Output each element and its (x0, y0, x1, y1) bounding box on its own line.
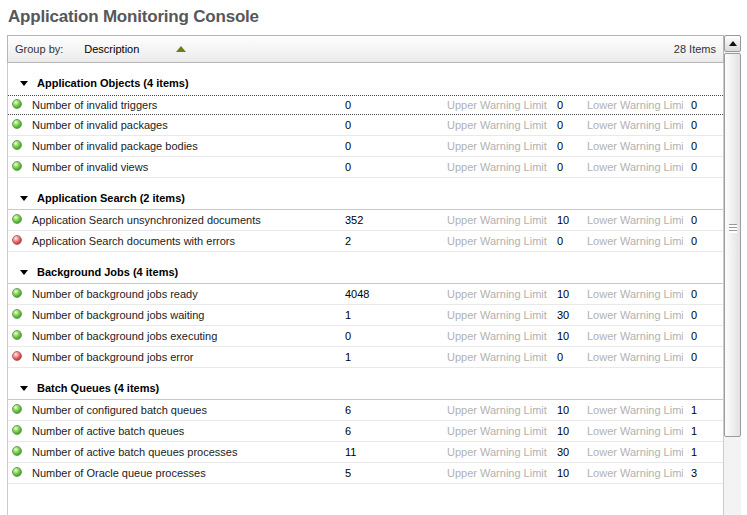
row-current-value: 1 (345, 351, 441, 363)
row-current-value: 1 (345, 309, 441, 321)
status-green-icon (12, 119, 22, 129)
upper-warning-limit-value: 0 (547, 99, 581, 111)
upper-warning-limit-label: Upper Warning Limit (441, 214, 547, 226)
upper-warning-limit-value: 30 (547, 309, 581, 321)
row-description: Number of background jobs error (32, 351, 345, 363)
status-cell (8, 140, 32, 152)
page-title: Application Monitoring Console (8, 7, 259, 27)
scroll-up-button[interactable] (724, 35, 741, 52)
lower-warning-limit-label: Lower Warning Limit (581, 351, 683, 363)
items-count-badge: 28 Items (674, 43, 716, 55)
row-current-value: 0 (345, 161, 441, 173)
group-header[interactable]: Application Objects (4 items) (8, 72, 723, 95)
upper-warning-limit-value: 0 (547, 235, 581, 247)
monitor-row[interactable]: Number of Oracle queue processes 5 Upper… (8, 463, 723, 484)
status-green-icon (12, 309, 22, 319)
status-green-icon (12, 446, 22, 456)
status-cell (8, 330, 32, 342)
row-current-value: 352 (345, 214, 441, 226)
monitor-list: Application Objects (4 items) Number of … (7, 63, 724, 515)
collapse-triangle-icon[interactable] (20, 386, 28, 391)
lower-warning-limit-label: Lower Warning Limit (581, 235, 683, 247)
row-description: Number of invalid views (32, 161, 345, 173)
status-green-icon (12, 467, 22, 477)
lower-warning-limit-label: Lower Warning Limit (581, 161, 683, 173)
monitor-row[interactable]: Number of background jobs executing 0 Up… (8, 326, 723, 347)
row-description: Number of invalid triggers (32, 99, 345, 111)
lower-warning-limit-value: 1 (683, 404, 723, 416)
row-description: Number of Oracle queue processes (32, 467, 345, 479)
status-green-icon (12, 288, 22, 298)
lower-warning-limit-value: 0 (683, 309, 723, 321)
vertical-scrollbar[interactable] (724, 35, 741, 515)
lower-warning-limit-label: Lower Warning Limit (581, 404, 683, 416)
status-cell (8, 351, 32, 363)
row-description: Application Search documents with errors (32, 235, 345, 247)
upper-warning-limit-value: 0 (547, 351, 581, 363)
status-green-icon (12, 425, 22, 435)
lower-warning-limit-value: 0 (683, 119, 723, 131)
monitor-row[interactable]: Application Search unsynchronized docume… (8, 210, 723, 231)
lower-warning-limit-value: 1 (683, 425, 723, 437)
upper-warning-limit-label: Upper Warning Limit (441, 446, 547, 458)
scrollbar-thumb[interactable] (724, 53, 741, 437)
monitor-row[interactable]: Number of active batch queues processes … (8, 442, 723, 463)
collapse-triangle-icon[interactable] (20, 196, 28, 201)
monitor-row[interactable]: Number of configured batch queues 6 Uppe… (8, 400, 723, 421)
row-current-value: 0 (345, 119, 441, 131)
upper-warning-limit-label: Upper Warning Limit (441, 161, 547, 173)
lower-warning-limit-label: Lower Warning Limit (581, 214, 683, 226)
lower-warning-limit-label: Lower Warning Limit (581, 446, 683, 458)
monitor-row[interactable]: Number of background jobs error 1 Upper … (8, 347, 723, 368)
lower-warning-limit-value: 0 (683, 99, 723, 111)
collapse-triangle-icon[interactable] (20, 81, 28, 86)
row-description: Number of background jobs waiting (32, 309, 345, 321)
row-current-value: 6 (345, 425, 441, 437)
monitor-row[interactable]: Number of active batch queues 6 Upper Wa… (8, 421, 723, 442)
lower-warning-limit-value: 0 (683, 288, 723, 300)
lower-warning-limit-label: Lower Warning Limit (581, 330, 683, 342)
monitor-row[interactable]: Number of invalid packages 0 Upper Warni… (8, 115, 723, 136)
monitor-row[interactable]: Number of invalid views 0 Upper Warning … (8, 157, 723, 178)
status-green-icon (12, 404, 22, 414)
collapse-triangle-icon[interactable] (20, 270, 28, 275)
group-by-value[interactable]: Description (84, 43, 139, 55)
lower-warning-limit-value: 0 (683, 330, 723, 342)
monitor-row[interactable]: Number of invalid triggers 0 Upper Warni… (8, 95, 723, 115)
upper-warning-limit-label: Upper Warning Limit (441, 467, 547, 479)
monitor-row[interactable]: Number of background jobs ready 4048 Upp… (8, 284, 723, 305)
upper-warning-limit-value: 10 (547, 214, 581, 226)
row-current-value: 0 (345, 99, 441, 111)
status-cell (8, 214, 32, 226)
upper-warning-limit-value: 10 (547, 330, 581, 342)
sort-ascending-icon[interactable] (176, 46, 186, 52)
upper-warning-limit-label: Upper Warning Limit (441, 309, 547, 321)
status-green-icon (12, 330, 22, 340)
upper-warning-limit-label: Upper Warning Limit (441, 235, 547, 247)
monitor-row[interactable]: Number of invalid package bodies 0 Upper… (8, 136, 723, 157)
upper-warning-limit-label: Upper Warning Limit (441, 99, 547, 111)
monitor-row[interactable]: Application Search documents with errors… (8, 231, 723, 252)
group-header[interactable]: Batch Queues (4 items) (8, 377, 723, 400)
lower-warning-limit-value: 0 (683, 351, 723, 363)
lower-warning-limit-value: 0 (683, 161, 723, 173)
status-cell (8, 161, 32, 173)
group-header[interactable]: Application Search (2 items) (8, 187, 723, 210)
upper-warning-limit-value: 0 (547, 119, 581, 131)
status-cell (8, 467, 32, 479)
row-current-value: 0 (345, 330, 441, 342)
upper-warning-limit-value: 10 (547, 404, 581, 416)
lower-warning-limit-value: 1 (683, 446, 723, 458)
lower-warning-limit-label: Lower Warning Limit (581, 309, 683, 321)
status-cell (8, 119, 32, 131)
group-label: Application Objects (4 items) (37, 77, 189, 89)
scrollbar-grip-icon (729, 224, 737, 233)
scroll-up-arrow-icon (729, 41, 737, 46)
group-header[interactable]: Background Jobs (4 items) (8, 261, 723, 284)
status-cell (8, 288, 32, 300)
upper-warning-limit-label: Upper Warning Limit (441, 425, 547, 437)
upper-warning-limit-label: Upper Warning Limit (441, 351, 547, 363)
monitor-row[interactable]: Number of background jobs waiting 1 Uppe… (8, 305, 723, 326)
upper-warning-limit-value: 0 (547, 140, 581, 152)
group-label: Background Jobs (4 items) (37, 266, 178, 278)
